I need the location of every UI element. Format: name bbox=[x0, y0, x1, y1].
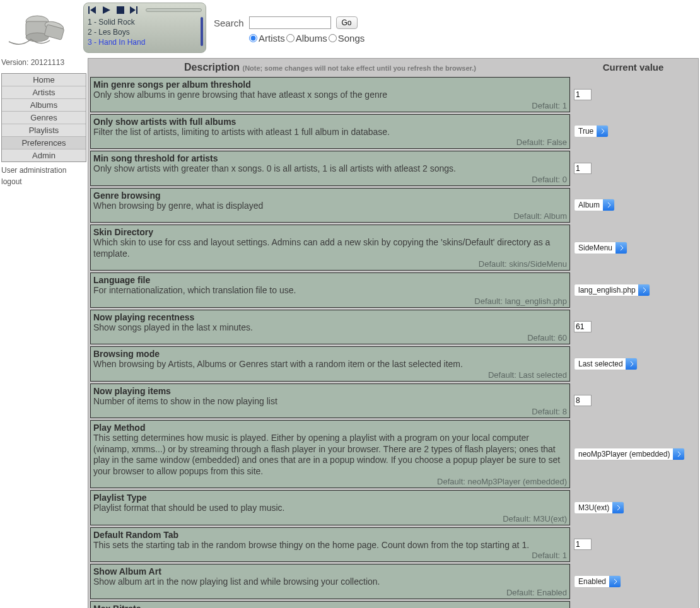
pref-description: Playlist TypePlaylist format that should… bbox=[90, 490, 570, 525]
search-input[interactable] bbox=[249, 16, 331, 29]
pref-title: Default Random Tab bbox=[93, 530, 567, 540]
pref-title: Min genre songs per album threshold bbox=[93, 79, 567, 90]
pref-description: Min song threshold for artistsOnly show … bbox=[90, 151, 570, 186]
nav-item-genres[interactable]: Genres bbox=[2, 111, 86, 124]
pref-title: Skin Directory bbox=[93, 227, 567, 237]
pref-input[interactable] bbox=[574, 163, 592, 174]
nav-item-home[interactable]: Home bbox=[2, 74, 86, 86]
pref-body: Playlist format that should be used to p… bbox=[93, 503, 567, 514]
sidebar-link-user-administration[interactable]: User administration bbox=[1, 165, 86, 176]
playlist-item[interactable]: 2 - Les Boys bbox=[88, 27, 202, 37]
pref-select[interactable]: SideMenu bbox=[574, 242, 627, 254]
pref-input[interactable] bbox=[574, 89, 592, 100]
pref-title: Language file bbox=[93, 275, 567, 285]
pref-default: Default: 8 bbox=[93, 407, 567, 416]
nav-item-admin[interactable]: Admin bbox=[2, 149, 86, 161]
pref-body: Only show albums in genre browsing that … bbox=[93, 90, 567, 101]
svg-marker-6 bbox=[90, 6, 96, 14]
pref-body: Which skin to use for css and layout set… bbox=[93, 237, 567, 259]
pref-body: Only show artists with greater than x so… bbox=[93, 163, 567, 175]
player-volume-bar[interactable] bbox=[201, 17, 203, 46]
pref-value-cell bbox=[570, 163, 696, 174]
pref-select[interactable]: Album bbox=[574, 199, 615, 211]
pref-body: When browsing by Artists, Albums or Genr… bbox=[93, 359, 567, 370]
pref-title: Genre browsing bbox=[93, 190, 567, 201]
pref-value-cell: lang_english.php bbox=[570, 284, 696, 296]
pref-default: Default: Last selected bbox=[93, 370, 567, 380]
pref-select[interactable]: Enabled bbox=[574, 575, 621, 588]
pref-default: Default: Album bbox=[93, 211, 567, 221]
pref-value-cell bbox=[570, 395, 696, 406]
pref-default: Default: 1 bbox=[93, 101, 567, 110]
pref-value-cell bbox=[570, 89, 696, 100]
radio-albums[interactable] bbox=[286, 34, 295, 42]
pref-description: Play MethodThis setting determines how m… bbox=[90, 420, 570, 488]
pref-input[interactable] bbox=[574, 321, 592, 332]
pref-description: Max BitrateIf you are bandwidth impaired… bbox=[90, 601, 570, 609]
pref-body: Number of items to show in the now playi… bbox=[93, 396, 567, 407]
pref-body: This setting determines how music is pla… bbox=[93, 433, 567, 477]
pref-default: Default: 60 bbox=[93, 333, 567, 342]
pref-select[interactable]: Last selected bbox=[574, 358, 638, 370]
player-progress-bar[interactable] bbox=[146, 8, 202, 12]
nav-item-playlists[interactable]: Playlists bbox=[2, 124, 86, 136]
pref-body: Show songs played in the last x minutes. bbox=[93, 322, 567, 334]
nav-item-preferences[interactable]: Preferences bbox=[2, 136, 86, 149]
pref-default: Default: neoMp3Player (embedded) bbox=[93, 477, 567, 486]
pref-title: Min song threshold for artists bbox=[93, 153, 567, 163]
search-go-button[interactable]: Go bbox=[336, 16, 358, 29]
pref-input[interactable] bbox=[574, 539, 592, 550]
pref-default: Default: skins/SideMenu bbox=[93, 259, 567, 269]
search-scope-radios: Artists Albums Songs bbox=[249, 33, 366, 44]
sidebar-link-logout[interactable]: logout bbox=[1, 176, 86, 187]
pref-title: Browsing mode bbox=[93, 349, 567, 359]
pref-description: Browsing modeWhen browsing by Artists, A… bbox=[90, 346, 570, 382]
radio-artists[interactable] bbox=[249, 34, 257, 42]
svg-rect-8 bbox=[117, 6, 124, 14]
pref-value-cell: Album bbox=[570, 199, 696, 211]
player-stop-icon[interactable] bbox=[115, 6, 125, 15]
pref-select[interactable]: True bbox=[574, 125, 609, 137]
pref-description: Only show artists with full albumsFilter… bbox=[90, 114, 570, 149]
player-next-icon[interactable] bbox=[129, 6, 139, 15]
svg-marker-7 bbox=[103, 6, 110, 14]
app-logo bbox=[3, 3, 78, 47]
nav-item-albums[interactable]: Albums bbox=[2, 98, 86, 111]
pref-description: Default Random TabThis sets the starting… bbox=[90, 527, 570, 563]
pref-input[interactable] bbox=[574, 395, 592, 406]
version-text: Version: 20121113 bbox=[1, 58, 86, 67]
column-header-note: (Note; some changes will not take effect… bbox=[243, 64, 476, 72]
player-prev-icon[interactable] bbox=[88, 6, 98, 15]
pref-default: Default: False bbox=[93, 137, 567, 147]
pref-description: Now playing recentnessShow songs played … bbox=[90, 310, 570, 345]
pref-title: Only show artists with full albums bbox=[93, 117, 567, 127]
pref-title: Play Method bbox=[93, 423, 567, 433]
pref-default: Default: 1 bbox=[93, 551, 567, 560]
pref-select[interactable]: lang_english.php bbox=[574, 284, 650, 296]
playlist-item[interactable]: 1 - Solid Rock bbox=[88, 17, 202, 27]
pref-value-cell: M3U(ext) bbox=[570, 501, 696, 514]
player-play-icon[interactable] bbox=[102, 6, 112, 15]
pref-title: Show Album Art bbox=[93, 566, 567, 576]
pref-title: Max Bitrate bbox=[93, 604, 567, 609]
playlist-item[interactable]: 3 - Hand In Hand bbox=[88, 37, 202, 47]
pref-select[interactable]: M3U(ext) bbox=[574, 501, 624, 514]
pref-default: Default: Enabled bbox=[93, 588, 567, 597]
column-header-description: Description bbox=[184, 62, 240, 73]
pref-description: Language fileFor internationalization, w… bbox=[90, 272, 570, 308]
search-label: Search bbox=[214, 18, 244, 28]
pref-value-cell: SideMenu bbox=[570, 242, 696, 254]
pref-select[interactable]: neoMp3Player (embedded) bbox=[574, 448, 685, 460]
pref-value-cell bbox=[570, 321, 696, 332]
radio-songs[interactable] bbox=[329, 34, 337, 42]
column-header-value: Current value bbox=[570, 60, 696, 77]
pref-value-cell: True bbox=[570, 125, 696, 137]
nav-item-artists[interactable]: Artists bbox=[2, 86, 86, 98]
pref-body: This sets the starting tab in the random… bbox=[93, 540, 567, 551]
pref-title: Now playing items bbox=[93, 386, 567, 396]
pref-body: When browsing by genre, what is displaye… bbox=[93, 201, 567, 212]
pref-description: Show Album ArtShow album art in the now … bbox=[90, 564, 570, 599]
svg-rect-5 bbox=[88, 6, 90, 14]
pref-title: Now playing recentness bbox=[93, 312, 567, 322]
music-player: 1 - Solid Rock2 - Les Boys3 - Hand In Ha… bbox=[83, 3, 206, 53]
